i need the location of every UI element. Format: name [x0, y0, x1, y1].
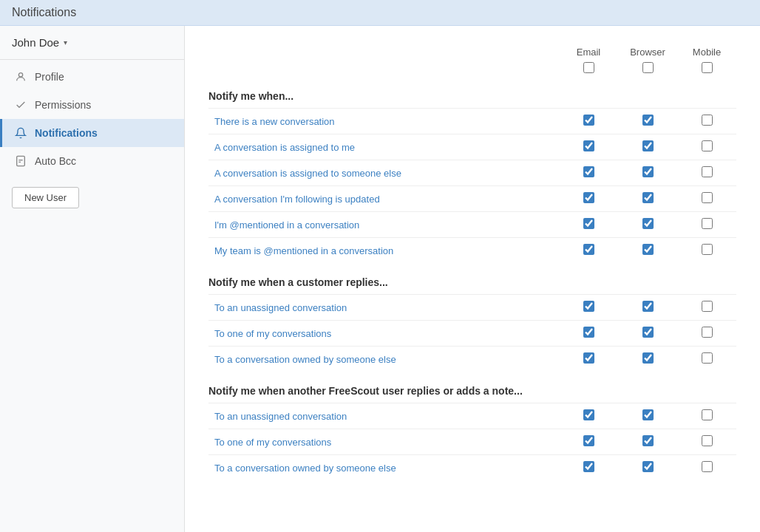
row-label: To an unassigned conversation [208, 295, 559, 321]
table-row: To an unassigned conversation [208, 295, 736, 321]
browser-checkbox-r7[interactable] [642, 301, 654, 312]
col-email: Email [559, 44, 618, 61]
email-checkbox-r3[interactable] [583, 166, 594, 177]
svg-rect-1 [17, 156, 25, 166]
browser-checkbox-r12[interactable] [642, 461, 654, 472]
new-user-section: New User [0, 178, 184, 217]
email-checkbox-r8[interactable] [583, 327, 594, 338]
table-row: A conversation I'm following is updated [208, 186, 736, 212]
row-label: To one of my conversations [208, 429, 559, 455]
section-title: Notify me when... [208, 77, 736, 109]
mobile-checkbox-r4[interactable] [702, 192, 713, 203]
sidebar-user[interactable]: John Doe ▾ [0, 26, 184, 60]
sidebar-item-profile[interactable]: Profile [0, 63, 184, 91]
table-row: My team is @mentioned in a conversation [208, 238, 736, 264]
svg-point-0 [18, 73, 22, 77]
document-icon [14, 154, 27, 168]
table-row: I'm @mentioned in a conversation [208, 212, 736, 238]
table-row: To an unassigned conversation [208, 403, 736, 429]
email-checkbox-r9[interactable] [583, 352, 594, 364]
mobile-checkbox-r2[interactable] [702, 140, 713, 151]
email-checkbox-r4[interactable] [583, 192, 594, 203]
row-label: A conversation is assigned to someone el… [208, 160, 559, 186]
section-header-section3: Notify me when another FreeScout user re… [208, 372, 736, 403]
section-title: Notify me when another FreeScout user re… [208, 372, 736, 403]
col-browser: Browser [618, 44, 677, 61]
email-checkbox-r1[interactable] [583, 115, 594, 126]
table-row: There is a new conversation [208, 109, 736, 134]
email-checkbox-r7[interactable] [583, 301, 594, 312]
email-all-checkbox[interactable] [583, 62, 594, 73]
bell-icon [14, 126, 27, 140]
table-row: To one of my conversations [208, 321, 736, 347]
mobile-all-checkbox[interactable] [702, 62, 713, 73]
mobile-checkbox-r9[interactable] [702, 352, 713, 364]
browser-checkbox-r6[interactable] [642, 244, 654, 255]
table-row: To a conversation owned by someone else [208, 347, 736, 372]
section-header-section2: Notify me when a customer replies... [208, 263, 736, 295]
table-row: A conversation is assigned to someone el… [208, 160, 736, 186]
mobile-checkbox-r8[interactable] [702, 327, 713, 338]
row-label: My team is @mentioned in a conversation [208, 238, 559, 264]
column-headers: Email Browser Mobile [208, 44, 736, 61]
browser-checkbox-r4[interactable] [642, 192, 654, 203]
email-checkbox-r11[interactable] [583, 435, 594, 446]
row-label: To an unassigned conversation [208, 403, 559, 429]
browser-checkbox-r3[interactable] [642, 166, 654, 177]
header-checkbox-row [208, 61, 736, 77]
browser-checkbox-r9[interactable] [642, 352, 654, 364]
main-content: Email Browser Mobile Notify me when...Th… [185, 26, 760, 532]
mobile-checkbox-r6[interactable] [702, 244, 713, 255]
top-header: Notifications [0, 0, 760, 26]
table-row: A conversation is assigned to me [208, 134, 736, 160]
chevron-down-icon: ▾ [64, 38, 67, 47]
main-layout: John Doe ▾ Profile Permissions Notifi [0, 26, 760, 532]
browser-checkbox-r10[interactable] [642, 409, 654, 420]
browser-all-checkbox[interactable] [642, 62, 654, 73]
row-label: There is a new conversation [208, 109, 559, 134]
mobile-checkbox-r1[interactable] [702, 115, 713, 126]
row-label: To a conversation owned by someone else [208, 347, 559, 372]
email-checkbox-r12[interactable] [583, 461, 594, 472]
sidebar-item-label: Permissions [35, 99, 91, 111]
row-label: To a conversation owned by someone else [208, 455, 559, 481]
sidebar-item-label: Auto Bcc [35, 155, 76, 167]
new-user-button[interactable]: New User [12, 187, 79, 208]
mobile-checkbox-r12[interactable] [702, 461, 713, 472]
browser-checkbox-r11[interactable] [642, 435, 654, 446]
row-label: I'm @mentioned in a conversation [208, 212, 559, 238]
row-label: A conversation I'm following is updated [208, 186, 559, 212]
sidebar-item-notifications[interactable]: Notifications [0, 119, 184, 147]
user-icon [14, 70, 27, 83]
sidebar-item-auto-bcc[interactable]: Auto Bcc [0, 147, 184, 175]
table-row: To one of my conversations [208, 429, 736, 455]
col-label [208, 44, 559, 61]
section-title: Notify me when a customer replies... [208, 263, 736, 295]
mobile-checkbox-r5[interactable] [702, 218, 713, 229]
mobile-checkbox-r11[interactable] [702, 435, 713, 446]
sidebar-item-permissions[interactable]: Permissions [0, 91, 184, 119]
email-checkbox-r10[interactable] [583, 409, 594, 420]
sidebar-item-label: Notifications [35, 127, 98, 139]
notifications-table: Email Browser Mobile Notify me when...Th… [208, 44, 736, 480]
email-checkbox-r2[interactable] [583, 140, 594, 151]
email-checkbox-r6[interactable] [583, 244, 594, 255]
sidebar-user-name: John Doe [12, 36, 59, 49]
page-title: Notifications [12, 6, 76, 18]
mobile-checkbox-r10[interactable] [702, 409, 713, 420]
sidebar-item-label: Profile [35, 71, 64, 83]
email-checkbox-r5[interactable] [583, 218, 594, 229]
table-row: To a conversation owned by someone else [208, 455, 736, 481]
mobile-checkbox-r3[interactable] [702, 166, 713, 177]
row-label: To one of my conversations [208, 321, 559, 347]
row-label: A conversation is assigned to me [208, 134, 559, 160]
sidebar-nav: Profile Permissions Notifications Auto B… [0, 60, 184, 178]
section-header-section1: Notify me when... [208, 77, 736, 109]
browser-checkbox-r8[interactable] [642, 327, 654, 338]
mobile-checkbox-r7[interactable] [702, 301, 713, 312]
check-icon [14, 98, 27, 112]
col-mobile: Mobile [677, 44, 736, 61]
browser-checkbox-r1[interactable] [642, 115, 654, 126]
browser-checkbox-r5[interactable] [642, 218, 654, 229]
browser-checkbox-r2[interactable] [642, 140, 654, 151]
